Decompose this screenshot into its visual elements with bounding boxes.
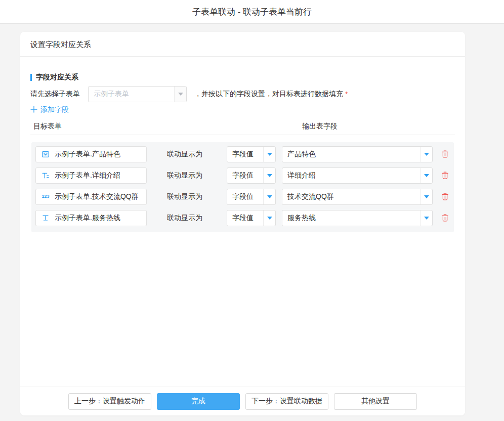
dialog-titlebar: 子表单联动 - 联动子表单当前行 <box>0 0 504 24</box>
target-field-box[interactable]: 示例子表单.产品特色 <box>35 146 147 162</box>
settings-card: 设置字段对应关系 字段对应关系 请先选择子表单 示例子表单 ，并按以下的字段设置… <box>20 32 465 415</box>
header-divider <box>30 135 455 135</box>
column-headers: 目标表单 输出表字段 <box>30 122 455 131</box>
subform-select-label: 请先选择子表单 <box>30 90 80 99</box>
field-mapping-row: 示例子表单.产品特色 联动显示为 字段值 产品特色 <box>35 146 450 162</box>
finish-button[interactable]: 完成 <box>157 393 240 410</box>
column-header-output: 输出表字段 <box>302 122 338 131</box>
textarea-field-icon <box>41 172 50 180</box>
column-header-target: 目标表单 <box>33 122 62 131</box>
value-type-select[interactable]: 字段值 <box>227 146 276 162</box>
add-field-label: 添加字段 <box>40 105 69 114</box>
chevron-down-icon <box>263 210 275 226</box>
link-mode-label: 联动显示为 <box>167 150 202 159</box>
card-header: 设置字段对应关系 <box>20 32 465 57</box>
chevron-down-icon <box>420 189 432 204</box>
plus-icon <box>30 106 37 114</box>
output-field-select[interactable]: 详细介绍 <box>282 167 433 184</box>
other-settings-button[interactable]: 其他设置 <box>334 393 417 410</box>
link-mode-label: 联动显示为 <box>167 214 202 223</box>
section-title-label: 字段对应关系 <box>36 73 78 82</box>
next-step-button[interactable]: 下一步：设置联动数据 <box>245 393 328 410</box>
dialog-title: 子表单联动 - 联动子表单当前行 <box>192 6 312 18</box>
output-field-select[interactable]: 服务热线 <box>282 210 433 226</box>
chevron-down-icon <box>420 147 432 162</box>
chevron-down-icon <box>174 87 186 102</box>
delete-row-icon[interactable] <box>441 150 449 158</box>
prev-step-button[interactable]: 上一步：设置触发动作 <box>68 393 151 410</box>
field-mapping-row: 123 示例子表单.技术交流QQ群 联动显示为 字段值 技术交流QQ群 <box>35 189 450 205</box>
link-mode-label: 联动显示为 <box>167 192 202 201</box>
delete-row-icon[interactable] <box>441 214 449 222</box>
chevron-down-icon <box>263 168 275 183</box>
field-mapping-row: 示例子表单.详细介绍 联动显示为 字段值 详细介绍 <box>35 167 450 184</box>
target-field-label: 示例子表单.产品特色 <box>55 150 120 159</box>
target-field-box[interactable]: 123 示例子表单.技术交流QQ群 <box>35 189 147 205</box>
output-field-value: 服务热线 <box>282 214 420 223</box>
chevron-down-icon <box>263 189 275 204</box>
subform-selector-row: 请先选择子表单 示例子表单 ，并按以下的字段设置，对目标表进行数据填充 * <box>30 86 455 102</box>
output-field-value: 详细介绍 <box>282 171 420 180</box>
section-title: 字段对应关系 <box>30 73 455 82</box>
subform-select-value: 示例子表单 <box>89 90 174 99</box>
value-type-select[interactable]: 字段值 <box>227 189 276 205</box>
selector-description: ，并按以下的字段设置，对目标表进行数据填充 <box>194 90 343 99</box>
chevron-down-icon <box>420 210 432 226</box>
target-field-box[interactable]: 示例子表单.详细介绍 <box>35 167 147 184</box>
output-field-value: 技术交流QQ群 <box>282 192 420 201</box>
chevron-down-icon <box>263 147 275 162</box>
link-mode-label: 联动显示为 <box>167 171 202 180</box>
required-mark: * <box>345 90 348 98</box>
output-field-value: 产品特色 <box>282 150 420 159</box>
value-type-select[interactable]: 字段值 <box>227 167 276 184</box>
chevron-down-icon <box>420 168 432 183</box>
target-field-label: 示例子表单.详细介绍 <box>55 171 120 180</box>
value-type-value: 字段值 <box>227 214 263 223</box>
text-field-icon <box>41 214 50 222</box>
subform-select[interactable]: 示例子表单 <box>88 86 187 102</box>
value-type-value: 字段值 <box>227 171 263 180</box>
delete-row-icon[interactable] <box>441 192 449 201</box>
value-type-value: 字段值 <box>227 150 263 159</box>
target-field-label: 示例子表单.技术交流QQ群 <box>55 192 139 201</box>
output-field-select[interactable]: 技术交流QQ群 <box>282 189 433 205</box>
output-field-select[interactable]: 产品特色 <box>282 146 433 162</box>
field-mapping-rows: 示例子表单.产品特色 联动显示为 字段值 产品特色 示例子表单.详 <box>31 142 454 232</box>
value-type-value: 字段值 <box>227 192 263 201</box>
target-field-label: 示例子表单.服务热线 <box>55 214 120 223</box>
add-field-button[interactable]: 添加字段 <box>30 105 69 114</box>
number-field-icon: 123 <box>41 194 50 199</box>
value-type-select[interactable]: 字段值 <box>227 210 276 226</box>
footer-bar: 上一步：设置触发动作 完成 下一步：设置联动数据 其他设置 <box>20 387 465 415</box>
target-field-box[interactable]: 示例子表单.服务热线 <box>35 210 147 226</box>
dropdown-field-icon <box>41 150 50 158</box>
delete-row-icon[interactable] <box>441 171 449 180</box>
section-accent-bar <box>30 74 32 81</box>
card-title: 设置字段对应关系 <box>30 40 91 49</box>
field-mapping-row: 示例子表单.服务热线 联动显示为 字段值 服务热线 <box>35 210 450 226</box>
